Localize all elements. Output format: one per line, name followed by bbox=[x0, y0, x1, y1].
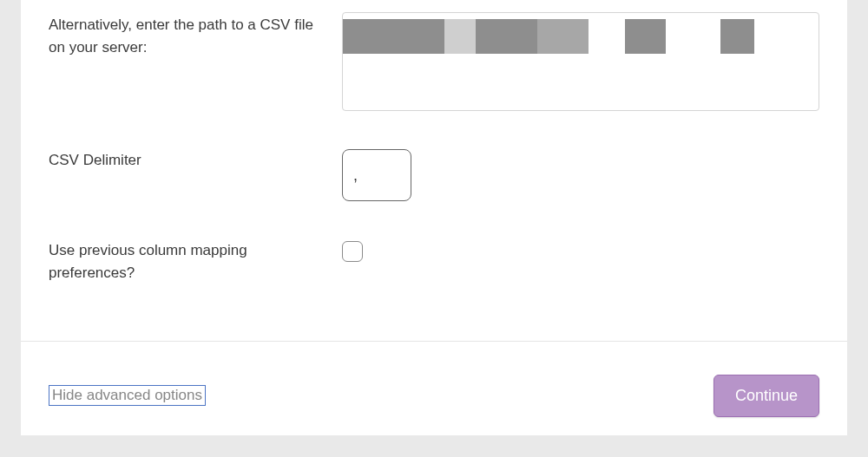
delimiter-input-col: , bbox=[342, 149, 819, 201]
footer: Hide advanced options Continue bbox=[21, 341, 847, 440]
continue-button[interactable]: Continue bbox=[713, 375, 819, 417]
redacted-path-content bbox=[343, 19, 792, 54]
mapping-checkbox[interactable] bbox=[342, 241, 363, 262]
mapping-row: Use previous column mapping preferences? bbox=[49, 239, 819, 285]
delimiter-label: CSV Delimiter bbox=[49, 149, 342, 172]
import-panel: Alternatively, enter the path to a CSV f… bbox=[21, 0, 847, 435]
csv-path-input-col bbox=[342, 14, 819, 111]
hide-advanced-link[interactable]: Hide advanced options bbox=[49, 385, 206, 406]
mapping-label: Use previous column mapping preferences? bbox=[49, 239, 342, 285]
mapping-input-col bbox=[342, 239, 819, 262]
csv-path-row: Alternatively, enter the path to a CSV f… bbox=[49, 0, 819, 111]
form-section: Alternatively, enter the path to a CSV f… bbox=[21, 0, 847, 341]
csv-path-label: Alternatively, enter the path to a CSV f… bbox=[49, 14, 342, 60]
delimiter-row: CSV Delimiter , bbox=[49, 149, 819, 201]
csv-path-input[interactable] bbox=[342, 12, 819, 111]
delimiter-input[interactable]: , bbox=[342, 149, 411, 201]
